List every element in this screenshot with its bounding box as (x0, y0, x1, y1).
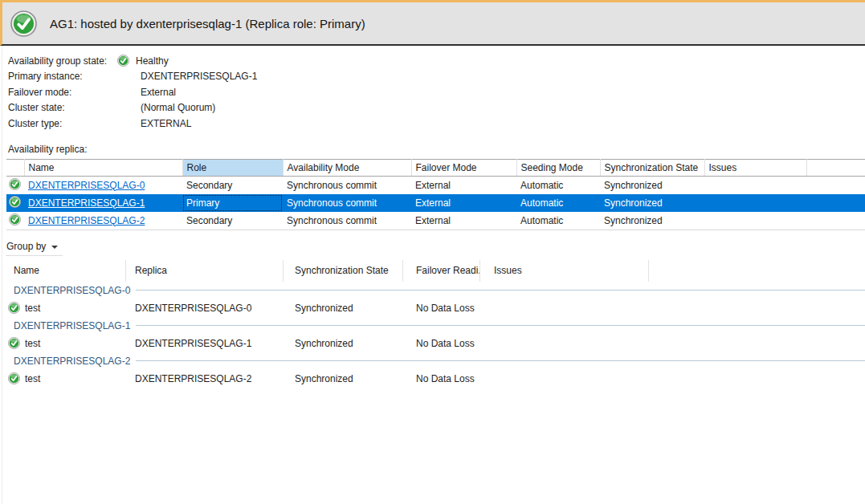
replica-table: NameRoleAvailability ModeFailover ModeSe… (6, 159, 865, 230)
replica-column-header[interactable]: Issues (704, 159, 806, 176)
replica-name-link[interactable]: DXENTERPRISESQLAG-2 (28, 215, 145, 226)
replica-column-header[interactable]: Failover Mode (411, 159, 516, 176)
summary-value: DXENTERPRISESQLAG-1 (117, 71, 257, 82)
summary-value: External (117, 87, 176, 98)
database-replica-cell: DXENTERPRISESQLAG-2 (126, 373, 284, 384)
replica-availability-mode-cell: Synchronous commit (283, 212, 411, 230)
chevron-down-icon (51, 246, 58, 249)
database-group-header: DXENTERPRISESQLAG-0 (6, 282, 865, 299)
replica-filler-cell (806, 212, 865, 230)
healthy-check-icon (9, 213, 21, 226)
database-sync-state-cell: Synchronized (284, 303, 403, 314)
replica-role-cell: Primary (182, 194, 283, 212)
summary-value: EXTERNAL (117, 118, 191, 129)
availability-replica-label: Availability replica: (8, 144, 865, 155)
summary-label: Cluster type: (8, 118, 117, 129)
replica-column-header[interactable]: Synchronization State (600, 159, 704, 176)
replica-column-header[interactable]: Name (24, 159, 182, 176)
replica-name-link[interactable]: DXENTERPRISESQLAG-0 (28, 180, 145, 191)
database-column-header[interactable]: Synchronization State (284, 260, 403, 282)
replica-status-cell (6, 176, 24, 194)
replica-filler-cell (806, 194, 865, 212)
summary-row: Primary instance:DXENTERPRISESQLAG-1 (8, 69, 865, 85)
summary-panel: Availability group state:HealthyPrimary … (8, 53, 865, 132)
summary-value: (Normal Quorum) (117, 102, 215, 113)
replica-sync-state-cell: Synchronized (600, 194, 704, 212)
replica-issues-cell (704, 176, 806, 194)
database-failover-readiness-cell: No Data Loss (403, 373, 480, 384)
dashboard-header: AG1: hosted by dxenterprisesqlag-1 (Repl… (0, 0, 865, 46)
replica-seeding-mode-cell: Automatic (516, 212, 600, 230)
replica-filler-cell (806, 176, 865, 194)
replica-name-cell: DXENTERPRISESQLAG-2 (24, 212, 182, 230)
database-name-cell: test (6, 302, 126, 314)
database-row[interactable]: testDXENTERPRISESQLAG-0SynchronizedNo Da… (6, 299, 865, 317)
group-rule-line (136, 290, 865, 291)
replica-row[interactable]: DXENTERPRISESQLAG-2SecondarySynchronous … (6, 212, 865, 230)
database-column-header[interactable]: Replica (126, 260, 284, 282)
replica-issues-cell (704, 212, 806, 230)
database-name-text: test (25, 303, 40, 314)
group-rule-line (136, 360, 865, 361)
replica-seeding-mode-cell: Automatic (516, 176, 600, 194)
replica-header-icon-column (6, 159, 24, 176)
replica-table-body: DXENTERPRISESQLAG-0SecondarySynchronous … (6, 176, 865, 230)
group-by-button[interactable]: Group by (6, 241, 63, 256)
database-sync-state-cell: Synchronized (284, 373, 403, 384)
database-sync-state-cell: Synchronized (284, 338, 403, 349)
replica-failover-mode-cell: External (411, 212, 516, 230)
healthy-check-icon (8, 302, 20, 314)
database-replica-cell: DXENTERPRISESQLAG-0 (126, 303, 284, 314)
database-column-header[interactable]: Issues (480, 260, 649, 282)
healthy-check-icon (9, 196, 21, 208)
replica-availability-mode-cell: Synchronous commit (283, 176, 411, 194)
database-name-text: test (25, 338, 40, 349)
group-by-label: Group by (6, 241, 46, 252)
replica-failover-mode-cell: External (411, 194, 516, 212)
replica-failover-mode-cell: External (411, 176, 516, 194)
replica-issues-cell (704, 194, 806, 212)
healthy-check-icon (117, 55, 129, 67)
replica-column-header[interactable]: Seeding Mode (516, 159, 600, 176)
replica-name-link[interactable]: DXENTERPRISESQLAG-1 (28, 197, 145, 209)
summary-value: Healthy (117, 55, 169, 67)
database-column-header[interactable]: Failover Readi... (403, 260, 480, 282)
database-failover-readiness-cell: No Data Loss (403, 338, 480, 349)
replica-seeding-mode-cell: Automatic (516, 194, 600, 212)
database-row[interactable]: testDXENTERPRISESQLAG-1SynchronizedNo Da… (6, 335, 865, 352)
database-column-header[interactable]: Name (6, 260, 126, 282)
summary-label: Failover mode: (8, 87, 117, 98)
database-group-header: DXENTERPRISESQLAG-1 (6, 317, 865, 335)
summary-label: Cluster state: (8, 102, 117, 113)
database-group-label: DXENTERPRISESQLAG-0 (14, 285, 130, 296)
healthy-check-icon (8, 372, 20, 384)
database-name-cell: test (6, 372, 126, 384)
replica-row[interactable]: DXENTERPRISESQLAG-0SecondarySynchronous … (6, 176, 865, 194)
summary-label: Primary instance: (8, 71, 117, 82)
summary-row: Cluster state:(Normal Quorum) (8, 100, 865, 116)
group-rule-line (136, 325, 865, 326)
replica-column-header[interactable]: Role (182, 159, 283, 176)
database-groups: DXENTERPRISESQLAG-0testDXENTERPRISESQLAG… (6, 282, 865, 388)
database-failover-readiness-cell: No Data Loss (403, 303, 480, 314)
healthy-check-icon (10, 10, 37, 37)
panel-left-border (2, 46, 2, 504)
database-name-text: test (25, 373, 40, 384)
replica-column-header[interactable]: Availability Mode (283, 159, 411, 176)
database-name-cell: test (6, 337, 126, 349)
database-group-header: DXENTERPRISESQLAG-2 (6, 352, 865, 370)
replica-role-cell: Secondary (182, 212, 283, 230)
page-title: AG1: hosted by dxenterprisesqlag-1 (Repl… (50, 17, 365, 30)
replica-row[interactable]: DXENTERPRISESQLAG-1PrimarySynchronous co… (6, 194, 865, 212)
replica-name-cell: DXENTERPRISESQLAG-0 (24, 176, 182, 194)
replica-availability-mode-cell: Synchronous commit (283, 194, 411, 212)
replica-status-cell (6, 212, 24, 230)
replica-status-cell (6, 194, 24, 212)
database-row[interactable]: testDXENTERPRISESQLAG-2SynchronizedNo Da… (6, 370, 865, 388)
summary-row: Cluster type:EXTERNAL (8, 116, 865, 132)
replica-header-filler (806, 159, 865, 176)
database-replica-cell: DXENTERPRISESQLAG-1 (126, 338, 284, 349)
database-group-label: DXENTERPRISESQLAG-1 (14, 320, 130, 331)
summary-label: Availability group state: (8, 55, 117, 67)
replica-name-cell: DXENTERPRISESQLAG-1 (24, 194, 182, 212)
